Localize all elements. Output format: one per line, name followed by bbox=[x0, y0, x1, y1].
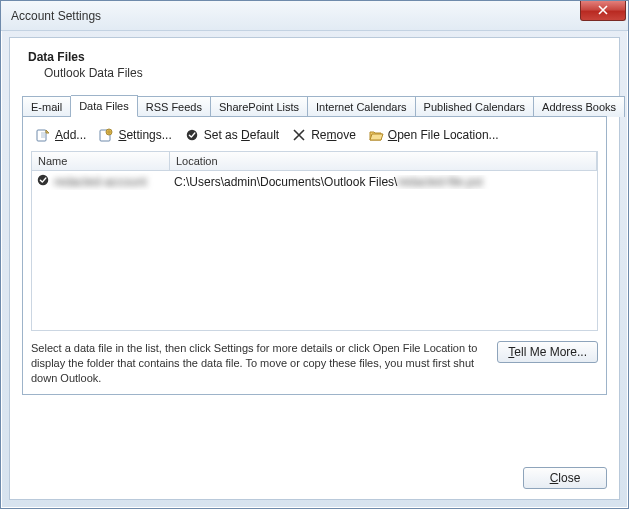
location-prefix: C:\Users\admin\Documents\Outlook Files\ bbox=[174, 175, 397, 189]
close-icon bbox=[598, 4, 608, 18]
titlebar: Account Settings bbox=[1, 1, 628, 31]
svg-point-4 bbox=[38, 175, 49, 186]
svg-rect-0 bbox=[37, 130, 46, 141]
close-window-button[interactable] bbox=[580, 1, 626, 21]
tab-rss-feeds[interactable]: RSS Feeds bbox=[138, 96, 211, 117]
tab-sharepoint-lists[interactable]: SharePoint Lists bbox=[211, 96, 308, 117]
dialog-footer: Close bbox=[523, 467, 607, 489]
column-header-location[interactable]: Location bbox=[170, 152, 597, 170]
tab-strip: E-mail Data Files RSS Feeds SharePoint L… bbox=[22, 94, 607, 116]
page-title: Data Files bbox=[28, 50, 607, 64]
settings-button[interactable]: Settings... bbox=[98, 127, 171, 143]
dialog-body: Data Files Outlook Data Files E-mail Dat… bbox=[9, 37, 620, 500]
data-files-list[interactable]: redacted-account C:\Users\admin\Document… bbox=[31, 171, 598, 331]
account-settings-dialog: Account Settings Data Files Outlook Data… bbox=[0, 0, 629, 509]
remove-button[interactable]: Remove bbox=[291, 127, 356, 143]
location-suffix-blurred: redacted-file.pst bbox=[397, 175, 482, 189]
toolbar: Add... Settings... Set as Default bbox=[31, 125, 598, 151]
folder-open-icon bbox=[368, 127, 384, 143]
tab-address-books[interactable]: Address Books bbox=[534, 96, 625, 117]
add-file-icon bbox=[35, 127, 51, 143]
set-default-button[interactable]: Set as Default bbox=[184, 127, 279, 143]
tab-internet-calendars[interactable]: Internet Calendars bbox=[308, 96, 416, 117]
help-text: Select a data file in the list, then cli… bbox=[31, 341, 487, 386]
help-strip: Select a data file in the list, then cli… bbox=[31, 341, 598, 386]
cell-location: C:\Users\admin\Documents\Outlook Files\r… bbox=[174, 175, 593, 189]
tab-email[interactable]: E-mail bbox=[22, 96, 71, 117]
default-check-icon bbox=[36, 173, 50, 190]
svg-point-3 bbox=[187, 130, 198, 141]
page-subtitle: Outlook Data Files bbox=[44, 66, 607, 80]
window-title: Account Settings bbox=[11, 9, 101, 23]
check-circle-icon bbox=[184, 127, 200, 143]
remove-icon bbox=[291, 127, 307, 143]
cell-name: redacted-account bbox=[36, 173, 174, 190]
list-header: Name Location bbox=[31, 151, 598, 171]
tab-data-files[interactable]: Data Files bbox=[71, 95, 138, 117]
open-file-location-button[interactable]: Open File Location... bbox=[368, 127, 499, 143]
tab-panel-data-files: Add... Settings... Set as Default bbox=[22, 116, 607, 395]
close-button[interactable]: Close bbox=[523, 467, 607, 489]
column-header-name[interactable]: Name bbox=[32, 152, 170, 170]
add-button[interactable]: Add... bbox=[35, 127, 86, 143]
table-row[interactable]: redacted-account C:\Users\admin\Document… bbox=[32, 171, 597, 192]
tab-published-calendars[interactable]: Published Calendars bbox=[416, 96, 535, 117]
settings-icon bbox=[98, 127, 114, 143]
tell-me-more-button[interactable]: Tell Me More... bbox=[497, 341, 598, 363]
row-name-blurred: redacted-account bbox=[54, 175, 147, 189]
